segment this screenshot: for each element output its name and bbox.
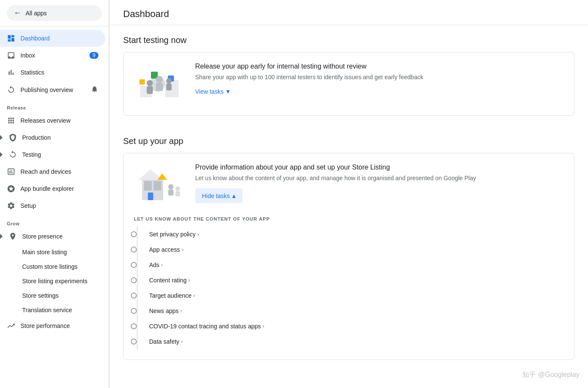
sidebar-item-dashboard-label: Dashboard: [20, 35, 50, 42]
sidebar-item-store-presence[interactable]: Store presence: [0, 228, 105, 245]
testing-icon: [9, 150, 17, 159]
releases-overview-icon: [7, 116, 15, 125]
task-link[interactable]: Data safety ›: [149, 338, 183, 345]
sidebar-item-setup[interactable]: Setup: [0, 197, 105, 214]
section1-title: Start testing now: [123, 25, 574, 52]
task-arrow-icon: ›: [180, 308, 182, 314]
sidebar-item-store-performance-label: Store performance: [20, 322, 70, 329]
task-dot: [131, 293, 137, 299]
task-link[interactable]: COVID-19 contact tracing and status apps…: [149, 323, 264, 330]
svg-point-8: [156, 76, 163, 83]
chevron-down-icon: ▾: [226, 87, 230, 95]
hide-tasks-button[interactable]: Hide tasks ▴: [195, 188, 242, 203]
task-link[interactable]: Ads ›: [149, 262, 163, 268]
sidebar-item-main-store-listing[interactable]: Main store listing: [0, 245, 105, 259]
chevron-up-icon: ▴: [232, 192, 236, 200]
task-arrow-icon: ›: [197, 231, 199, 237]
task-arrow-icon: ›: [188, 277, 190, 283]
sidebar-item-production-label: Production: [22, 134, 51, 141]
store-listing-experiments-label: Store listing experiments: [22, 278, 87, 285]
translation-service-label: Translation service: [22, 307, 72, 313]
reach-devices-icon: [7, 167, 15, 176]
svg-point-6: [147, 80, 153, 86]
store-settings-label: Store settings: [22, 292, 59, 299]
view-tasks-button[interactable]: View tasks ▾: [195, 87, 230, 95]
grow-section-label: Grow: [0, 214, 109, 228]
statistics-icon: [7, 68, 15, 77]
task-list: Set privacy policy › App access › Ads › …: [134, 227, 564, 349]
app-bundle-explorer-icon: [7, 184, 15, 193]
svg-rect-11: [166, 83, 172, 90]
svg-rect-21: [176, 191, 180, 196]
inbox-badge: 9: [89, 52, 98, 59]
dashboard-icon: [7, 34, 15, 43]
tasks-category-label: LET US KNOW ABOUT THE CONTENT OF YOUR AP…: [134, 216, 564, 221]
sidebar: ← All apps Dashboard Inbox 9 Statistics: [0, 0, 109, 388]
task-link[interactable]: App access ›: [149, 246, 183, 253]
main-content: Dashboard Start testing now: [110, 0, 588, 388]
main-store-listing-label: Main store listing: [22, 249, 67, 256]
task-item: News apps ›: [142, 303, 564, 319]
section2-title: Set up your app: [123, 126, 574, 153]
card1-description: Share your app with up to 100 internal t…: [195, 74, 564, 80]
task-link[interactable]: News apps ›: [149, 308, 182, 314]
task-link[interactable]: Target audience ›: [149, 292, 195, 299]
sidebar-item-store-listing-experiments[interactable]: Store listing experiments: [0, 274, 105, 288]
sidebar-item-inbox[interactable]: Inbox 9: [0, 47, 105, 64]
sidebar-top: ← All apps: [0, 0, 109, 26]
sidebar-item-reach-devices-label: Reach and devices: [20, 168, 71, 175]
sidebar-item-production[interactable]: Production: [0, 129, 105, 146]
task-arrow-icon: ›: [181, 339, 183, 345]
publishing-overview-icon: [7, 86, 15, 94]
task-dot: [131, 308, 137, 314]
sidebar-item-releases-overview-label: Releases overview: [20, 117, 71, 124]
sidebar-item-statistics[interactable]: Statistics: [0, 64, 105, 81]
task-link[interactable]: Set privacy policy ›: [149, 231, 199, 238]
task-dot: [131, 323, 137, 329]
all-apps-button[interactable]: ← All apps: [7, 5, 102, 21]
card2-description: Let us know about the content of your ap…: [195, 175, 564, 181]
sidebar-item-store-performance[interactable]: Store performance: [0, 317, 105, 334]
task-arrow-icon: ›: [193, 293, 195, 299]
svg-rect-7: [147, 86, 153, 94]
sidebar-item-custom-store-listings[interactable]: Custom store listings: [0, 259, 105, 274]
sidebar-item-app-bundle-explorer[interactable]: App bundle explorer: [0, 180, 105, 197]
sidebar-item-statistics-label: Statistics: [20, 69, 44, 76]
task-arrow-icon: ›: [161, 262, 163, 268]
task-dot: [131, 277, 137, 283]
hide-tasks-label: Hide tasks: [202, 193, 230, 199]
sidebar-item-testing[interactable]: Testing: [0, 146, 105, 163]
custom-store-listings-label: Custom store listings: [22, 263, 78, 270]
sidebar-item-inbox-label: Inbox: [20, 52, 35, 59]
sidebar-item-releases-overview[interactable]: Releases overview: [0, 112, 105, 129]
task-item: Content rating ›: [142, 273, 564, 288]
task-dot: [131, 231, 137, 237]
sidebar-item-store-settings[interactable]: Store settings: [0, 288, 105, 303]
inbox-icon: [7, 51, 15, 60]
sidebar-item-dashboard[interactable]: Dashboard: [0, 30, 105, 47]
sidebar-item-publishing-overview[interactable]: Publishing overview: [0, 81, 105, 98]
task-item: Ads ›: [142, 257, 564, 273]
sidebar-item-reach-devices[interactable]: Reach and devices: [0, 163, 105, 180]
card1-illustration: [134, 63, 185, 105]
view-tasks-label: View tasks: [195, 88, 224, 95]
task-link[interactable]: Content rating ›: [149, 277, 190, 284]
svg-rect-15: [148, 193, 153, 200]
task-dot: [131, 339, 137, 345]
svg-point-20: [176, 187, 180, 191]
svg-rect-13: [144, 181, 152, 191]
task-item: COVID-19 contact tracing and status apps…: [142, 319, 564, 334]
card1-title: Release your app early for internal test…: [195, 63, 564, 70]
task-item: Set privacy policy ›: [142, 227, 564, 242]
store-performance-icon: [7, 322, 15, 330]
svg-rect-19: [168, 190, 174, 195]
task-item: Target audience ›: [142, 288, 564, 303]
store-presence-icon: [9, 232, 17, 241]
task-arrow-icon: ›: [262, 323, 264, 329]
sidebar-item-publishing-overview-label: Publishing overview: [20, 86, 73, 93]
production-icon: [9, 133, 17, 142]
sidebar-item-translation-service[interactable]: Translation service: [0, 303, 105, 317]
task-item: App access ›: [142, 242, 564, 257]
svg-rect-9: [156, 83, 163, 91]
svg-rect-5: [139, 79, 145, 85]
